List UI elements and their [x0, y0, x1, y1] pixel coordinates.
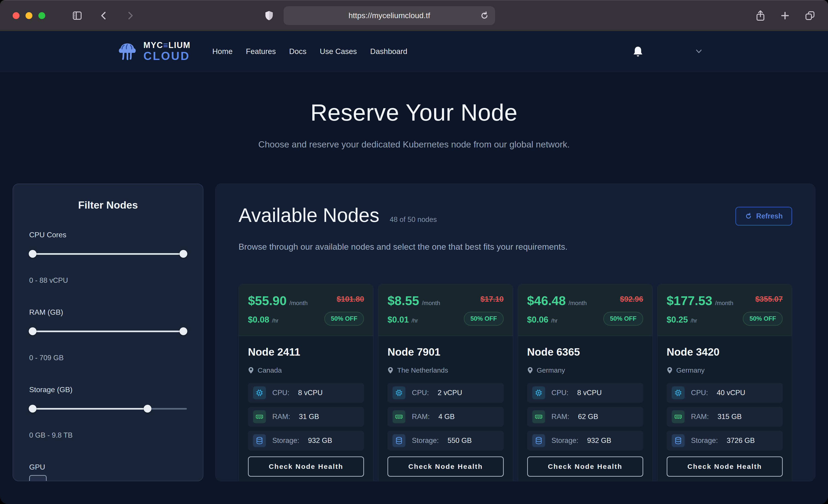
storage-icon — [672, 434, 685, 447]
node-name: Node 6365 — [527, 346, 643, 358]
ram-value: 4 GB — [439, 413, 455, 421]
per-month-label: /month — [289, 300, 308, 306]
old-price: $92.96 — [620, 295, 643, 303]
spec-row-cpu: CPU: 8 vCPU — [527, 383, 643, 403]
chevron-down-icon[interactable] — [695, 48, 703, 54]
cpu-label: CPU: — [551, 389, 569, 397]
forward-icon[interactable] — [125, 10, 135, 21]
storage-value: 550 GB — [448, 436, 471, 445]
node-name: Node 2411 — [248, 346, 364, 358]
check-node-health-button[interactable]: Check Node Health — [248, 456, 364, 477]
cpu-filter-label: CPU Cores — [29, 230, 187, 239]
node-location: Germany — [676, 366, 705, 374]
location-pin-icon — [387, 367, 394, 374]
location-pin-icon — [248, 367, 254, 374]
refresh-button[interactable]: Refresh — [735, 207, 792, 225]
filter-gpu: GPU — [29, 463, 187, 481]
nav-link-use-cases[interactable]: Use Cases — [320, 47, 357, 56]
reload-icon[interactable] — [480, 11, 489, 20]
old-price: $17.10 — [481, 295, 504, 303]
storage-range-slider[interactable] — [29, 405, 187, 413]
check-node-health-button[interactable]: Check Node Health — [667, 456, 783, 477]
node-location: Germany — [537, 366, 565, 374]
back-icon[interactable] — [99, 10, 109, 21]
ram-slider-min-handle[interactable] — [29, 327, 37, 335]
ram-value: 315 GB — [717, 413, 742, 421]
storage-value: 932 GB — [308, 436, 332, 445]
hourly-price: $0.01 — [387, 315, 409, 324]
cpu-range-slider[interactable] — [29, 250, 187, 258]
address-bar[interactable]: https://myceliumcloud.tf — [284, 6, 495, 25]
nav-link-home[interactable]: Home — [212, 47, 233, 56]
spec-row-cpu: CPU: 40 vCPU — [667, 383, 783, 403]
node-name: Node 7901 — [387, 346, 503, 358]
zoom-button[interactable] — [38, 12, 45, 19]
gpu-checkbox[interactable] — [29, 475, 47, 481]
per-hour-label: /hr — [551, 318, 557, 324]
panel-description: Browse through our available nodes and s… — [239, 242, 792, 252]
sidebar-toggle-icon[interactable] — [72, 10, 83, 21]
node-card: $46.48/month $0.06/hr $92.96 50% OFF Nod… — [518, 284, 653, 481]
node-location: The Netherlands — [397, 366, 448, 374]
nav-link-features[interactable]: Features — [246, 47, 276, 56]
storage-icon — [392, 434, 405, 447]
hourly-price: $0.25 — [667, 315, 688, 324]
monthly-price: $55.90 — [248, 294, 287, 308]
ram-icon — [253, 410, 266, 423]
check-node-health-button[interactable]: Check Node Health — [387, 456, 503, 477]
node-name: Node 3420 — [667, 346, 783, 358]
close-button[interactable] — [13, 12, 19, 19]
storage-slider-max-handle[interactable] — [143, 405, 152, 413]
spec-row-cpu: CPU: 8 vCPU — [248, 383, 364, 403]
cpu-value: 8 vCPU — [298, 389, 323, 397]
tab-overview-icon[interactable] — [804, 10, 815, 21]
cpu-slider-min-handle[interactable] — [29, 250, 37, 258]
ram-range-text: 0 - 709 GB — [29, 354, 187, 362]
ram-icon — [532, 410, 545, 423]
check-node-health-button[interactable]: Check Node Health — [527, 456, 643, 477]
new-tab-icon[interactable] — [780, 10, 790, 21]
spec-row-storage: Storage: 932 GB — [248, 431, 364, 451]
location-pin-icon — [527, 367, 533, 374]
per-month-label: /month — [569, 300, 587, 306]
browser-window: https://myceliumcloud.tf — [0, 0, 828, 504]
storage-filter-label: Storage (GB) — [29, 385, 187, 394]
brand-logo[interactable]: MYC≡LIUM CLOUD — [117, 41, 191, 62]
hero-section: Reserve Your Node Choose and reserve you… — [0, 72, 828, 183]
price-header: $8.55/month $0.01/hr $17.10 50% OFF — [378, 284, 513, 336]
storage-label: Storage: — [272, 436, 299, 445]
nav-link-docs[interactable]: Docs — [289, 47, 306, 56]
per-hour-label: /hr — [272, 318, 279, 324]
nav-links: Home Features Docs Use Cases Dashboard — [212, 47, 407, 56]
node-card: $8.55/month $0.01/hr $17.10 50% OFF Node… — [378, 284, 513, 481]
bell-icon[interactable] — [633, 46, 643, 57]
old-price: $355.07 — [755, 295, 783, 303]
ram-range-slider[interactable] — [29, 327, 187, 335]
storage-icon — [532, 434, 545, 447]
location-pin-icon — [667, 367, 673, 374]
shield-icon — [264, 10, 274, 21]
nav-link-dashboard[interactable]: Dashboard — [370, 47, 407, 56]
node-card: $177.53/month $0.25/hr $355.07 50% OFF N… — [657, 284, 792, 481]
spec-row-ram: RAM: 4 GB — [387, 407, 503, 427]
ram-icon — [392, 410, 405, 423]
per-month-label: /month — [422, 300, 440, 306]
ram-value: 62 GB — [578, 413, 598, 421]
share-icon[interactable] — [755, 10, 766, 22]
ram-filter-label: RAM (GB) — [29, 308, 187, 317]
spec-row-storage: Storage: 550 GB — [387, 431, 503, 451]
monthly-price: $177.53 — [667, 294, 712, 308]
cpu-label: CPU: — [691, 389, 708, 397]
node-location: Canada — [258, 366, 282, 374]
filter-storage: Storage (GB) 0 GB - 9.8 TB — [29, 385, 187, 439]
node-grid: $55.90/month $0.08/hr $101.80 50% OFF No… — [239, 284, 792, 481]
minimize-button[interactable] — [26, 12, 32, 19]
ram-slider-max-handle[interactable] — [179, 327, 187, 335]
per-month-label: /month — [715, 300, 734, 306]
storage-slider-min-handle[interactable] — [29, 405, 37, 413]
node-count: 48 of 50 nodes — [390, 215, 437, 224]
cpu-slider-max-handle[interactable] — [179, 250, 187, 258]
spec-row-ram: RAM: 31 GB — [248, 407, 364, 427]
discount-badge: 50% OFF — [464, 312, 504, 326]
storage-range-text: 0 GB - 9.8 TB — [29, 431, 187, 439]
